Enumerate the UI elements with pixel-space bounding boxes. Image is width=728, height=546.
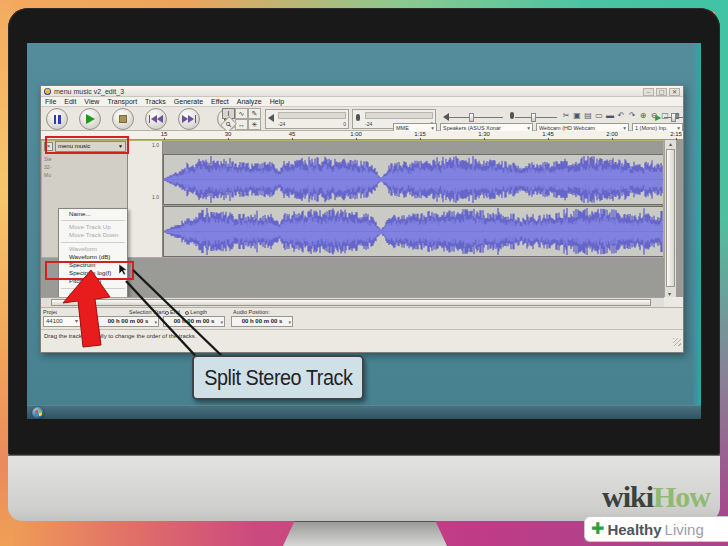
resize-grip[interactable] (673, 338, 681, 346)
slider-track (449, 117, 503, 118)
windows-taskbar[interactable] (27, 405, 701, 419)
close-button[interactable]: ✕ (669, 88, 680, 96)
audio-position-label: Audio Position: (233, 309, 270, 315)
track-info-clipped: Mu (44, 172, 58, 178)
minimize-button[interactable]: – (643, 88, 654, 96)
orb-yellow-pane (39, 413, 42, 416)
envelope-tool[interactable]: ∿ (235, 108, 248, 119)
horizontal-scrollbar[interactable] (41, 297, 664, 307)
end-length-radios: End Length (165, 309, 207, 315)
timeline-tick-2:00: 2:00 (604, 131, 620, 137)
paste-icon[interactable]: ▤ (583, 110, 593, 122)
track-context-menu: Name...Move Track UpMove Track DownWavef… (58, 208, 128, 297)
silence-icon[interactable]: ▬ (605, 110, 615, 122)
menu-item-move-track-down: Move Track Down (59, 231, 127, 239)
menu-item-name[interactable]: Name... (59, 210, 127, 218)
menu-item-spectrum-log-f[interactable]: Spectrum log(f) (59, 269, 127, 277)
title-bar[interactable]: menu music v2_edit_3 – ▢ ✕ (41, 86, 683, 97)
slider-thumb[interactable] (469, 113, 474, 122)
ruler-label: 1.0 (152, 194, 159, 200)
copy-icon[interactable]: ▣ (572, 110, 582, 122)
health-cross-icon: ✚ (591, 521, 604, 537)
multi-tool[interactable]: ✳ (248, 119, 261, 130)
audacity-window: menu music v2_edit_3 – ▢ ✕ FileEditViewT… (40, 85, 684, 353)
timeline-tick-1:45: 1:45 (540, 131, 556, 137)
end-radio[interactable] (165, 311, 169, 315)
track-name-dropdown[interactable]: menu music▼ (55, 141, 126, 152)
menubar-item-view[interactable]: View (80, 98, 103, 105)
callout-label: Split Stereo Track (192, 355, 364, 400)
waveform-left-channel[interactable] (163, 154, 664, 205)
maximize-button[interactable]: ▢ (656, 88, 667, 96)
slider-thumb[interactable] (671, 113, 676, 122)
audio-position-field[interactable]: 00 h 00 m 00 s▾ (231, 316, 293, 327)
scrollbar-thumb[interactable] (666, 149, 675, 287)
menu-item-pitch-eac[interactable]: Pitch (EAC) (59, 277, 127, 285)
slider-thumb[interactable] (531, 113, 536, 122)
play-button[interactable] (79, 108, 101, 130)
ruler-label: 1.0 (152, 142, 159, 148)
zoom-in-icon[interactable]: ⊕ (638, 110, 648, 122)
pause-button[interactable] (46, 108, 68, 130)
input-volume-slider[interactable] (507, 111, 557, 123)
orb-blue-pane (35, 413, 38, 416)
healthy-living-badge: ✚ Healthy Living (584, 516, 728, 542)
recording-meter-bar (365, 112, 433, 119)
timeline-ruler[interactable]: 1530451:001:151:301:452:002:15 (41, 131, 683, 140)
timeline-tick-1:15: 1:15 (412, 131, 428, 137)
menubar-item-generate[interactable]: Generate (170, 98, 207, 105)
meter-low-label: -24 (365, 121, 372, 127)
draw-tool[interactable]: ✎ (248, 108, 261, 119)
menubar-item-edit[interactable]: Edit (60, 98, 80, 105)
menu-item-move-track-up: Move Track Up (59, 223, 127, 231)
undo-icon[interactable]: ↶ (616, 110, 626, 122)
project-rate-select[interactable]: 44100▾ (43, 316, 81, 327)
imac-stand (283, 521, 447, 546)
length-radio[interactable] (185, 311, 189, 315)
timeshift-tool[interactable]: ↔ (235, 119, 248, 130)
windows-start-orb[interactable] (32, 407, 44, 419)
timeline-tick-15: 15 (156, 131, 172, 137)
wikihow-logo: wikiHow (0, 481, 710, 513)
waveform-right-channel[interactable] (163, 206, 664, 257)
menubar-item-tracks[interactable]: Tracks (141, 98, 170, 105)
track-info-clipped: Ste (44, 156, 58, 162)
toolbar: I∿✎⚲↔✳ -240 -240 ✂▣▤▭▬↶↷⊕⊖▢▩ (41, 107, 683, 131)
stop-button[interactable] (112, 108, 134, 130)
menu-item-waveform-db[interactable]: Waveform (dB) (59, 253, 127, 261)
tools-toolbar: I∿✎⚲↔✳ (222, 108, 261, 130)
menu-separator (61, 218, 125, 221)
track-info-clipped: 32- (44, 164, 58, 170)
trim-icon[interactable]: ▭ (594, 110, 604, 122)
redo-icon[interactable]: ↷ (627, 110, 637, 122)
menubar-item-file[interactable]: File (41, 98, 60, 105)
speaker-icon (268, 114, 274, 122)
playback-meter-bar (278, 112, 346, 119)
vertical-scrollbar[interactable]: ▴▾ (664, 140, 676, 297)
status-message: Drag the track vertically to change the … (44, 333, 196, 339)
play-at-speed[interactable]: ▶ (655, 111, 683, 123)
forward-button[interactable] (178, 108, 200, 130)
menu-separator (61, 286, 125, 289)
menubar-item-analyze[interactable]: Analyze (233, 98, 266, 105)
status-bar: Drag the track vertically to change the … (41, 329, 683, 348)
meter-high-label: 0 (343, 121, 346, 127)
output-volume-slider[interactable] (441, 111, 503, 123)
menu-bar: FileEditViewTransportTracksGenerateEffec… (41, 97, 683, 107)
screen-glow (692, 43, 701, 419)
rewind-button[interactable] (145, 108, 167, 130)
microphone-icon (510, 112, 514, 119)
menubar-item-transport[interactable]: Transport (103, 98, 141, 105)
selection-end-field[interactable]: 00 h 00 m 00 s▾ (163, 316, 225, 327)
timeline-tick-1:30: 1:30 (476, 131, 492, 137)
playback-meter[interactable]: -240 (265, 109, 349, 129)
menubar-item-help[interactable]: Help (266, 98, 288, 105)
wikihow-logo-how: How (653, 480, 710, 513)
cut-icon[interactable]: ✂ (561, 110, 571, 122)
track-close-button[interactable]: × (44, 142, 53, 151)
play-at-speed-icon[interactable]: ▶ (655, 113, 661, 122)
scrollbar-thumb[interactable] (51, 299, 651, 306)
selection-start-field[interactable]: 00 h 00 m 00 s▾ (97, 316, 159, 327)
menu-item-spectrum[interactable]: Spectrum (59, 261, 127, 269)
menubar-item-effect[interactable]: Effect (207, 98, 233, 105)
